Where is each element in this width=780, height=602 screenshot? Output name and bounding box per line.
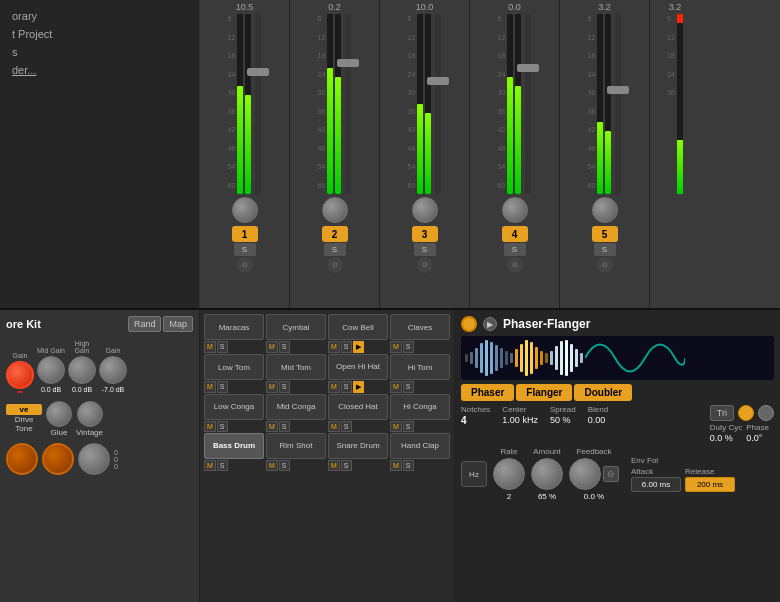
maracas-m[interactable]: M bbox=[204, 341, 216, 353]
gain-knob-4[interactable] bbox=[99, 356, 127, 384]
tab-flanger[interactable]: Flanger bbox=[516, 384, 572, 401]
pad-closed-hat[interactable]: Closed Hat bbox=[328, 394, 388, 420]
lowtom-s[interactable]: S bbox=[217, 381, 228, 393]
bassdrum-s[interactable]: S bbox=[217, 460, 228, 471]
bassdrum-m[interactable]: M bbox=[204, 460, 216, 471]
pad-low-conga[interactable]: Low Conga bbox=[204, 394, 264, 420]
midconga-m[interactable]: M bbox=[266, 421, 278, 432]
channel-4-number[interactable]: 4 bbox=[502, 226, 528, 242]
knob-plain-1[interactable] bbox=[78, 443, 110, 475]
knob-orange-1[interactable] bbox=[6, 443, 38, 475]
midtom-m[interactable]: M bbox=[266, 381, 278, 393]
cymbal-s[interactable]: S bbox=[279, 341, 290, 353]
cowbell-play[interactable]: ▶ bbox=[353, 341, 364, 353]
sidebar-item-der[interactable]: der... bbox=[8, 62, 191, 78]
channel-5-target[interactable]: ⊙ bbox=[597, 257, 613, 273]
rimshot-m[interactable]: M bbox=[266, 460, 278, 471]
pad-bass-drum[interactable]: Bass Drum bbox=[204, 433, 264, 459]
fader-strip-5[interactable] bbox=[615, 14, 621, 194]
pad-rim-shot[interactable]: Rim Shot bbox=[266, 433, 326, 459]
lowtom-m[interactable]: M bbox=[204, 381, 216, 393]
fader-strip-4[interactable] bbox=[525, 14, 531, 194]
fx-play-button[interactable]: ▶ bbox=[483, 317, 497, 331]
pad-maracas[interactable]: Maracas bbox=[204, 314, 264, 340]
midtom-s[interactable]: S bbox=[279, 381, 290, 393]
hiconga-m[interactable]: M bbox=[390, 421, 402, 432]
hiconga-s[interactable]: S bbox=[403, 421, 414, 432]
sidebar-item-orary[interactable]: orary bbox=[8, 8, 191, 24]
handclap-s[interactable]: S bbox=[403, 460, 414, 471]
cymbal-m[interactable]: M bbox=[266, 341, 278, 353]
fader-strip-3[interactable] bbox=[435, 14, 441, 194]
channel-2-number[interactable]: 2 bbox=[322, 226, 348, 242]
channel-3-number[interactable]: 3 bbox=[412, 226, 438, 242]
channel-2-solo[interactable]: S bbox=[324, 243, 346, 256]
release-value-box[interactable]: 200 ms bbox=[685, 477, 735, 492]
channel-2-target[interactable]: ⊙ bbox=[327, 257, 343, 273]
cowbell-s[interactable]: S bbox=[341, 341, 352, 353]
handclap-m[interactable]: M bbox=[390, 460, 402, 471]
feedback-knob[interactable] bbox=[569, 458, 601, 490]
channel-4-knob[interactable] bbox=[502, 197, 528, 223]
map-button[interactable]: Map bbox=[163, 316, 193, 332]
channel-2-knob[interactable] bbox=[322, 197, 348, 223]
channel-5-number[interactable]: 5 bbox=[592, 226, 618, 242]
openhat-s[interactable]: S bbox=[341, 381, 352, 393]
cowbell-m[interactable]: M bbox=[328, 341, 340, 353]
pad-hand-clap[interactable]: Hand Clap bbox=[390, 433, 450, 459]
fader-strip-1[interactable] bbox=[255, 14, 261, 194]
pad-cymbal[interactable]: Cymbal bbox=[266, 314, 326, 340]
pad-hi-conga[interactable]: Hi Conga bbox=[390, 394, 450, 420]
fader-strip-2[interactable] bbox=[345, 14, 351, 194]
knob-orange-2[interactable] bbox=[42, 443, 74, 475]
waveform-selector[interactable]: Tri bbox=[710, 405, 734, 421]
snare-m[interactable]: M bbox=[328, 460, 340, 471]
channel-1-knob[interactable] bbox=[232, 197, 258, 223]
channel-3-knob[interactable] bbox=[412, 197, 438, 223]
channel-5-knob[interactable] bbox=[592, 197, 618, 223]
pad-claves[interactable]: Claves bbox=[390, 314, 450, 340]
phase-angle-icon[interactable] bbox=[758, 405, 774, 421]
channel-1-solo[interactable]: S bbox=[234, 243, 256, 256]
amount-knob[interactable] bbox=[531, 458, 563, 490]
openhat-m[interactable]: M bbox=[328, 381, 340, 393]
channel-4-solo[interactable]: S bbox=[504, 243, 526, 256]
hitom-m[interactable]: M bbox=[390, 381, 402, 393]
effect-glue[interactable]: Glue bbox=[46, 401, 72, 437]
sidebar-item-project[interactable]: t Project bbox=[8, 26, 191, 42]
pad-mid-conga[interactable]: Mid Conga bbox=[266, 394, 326, 420]
tab-doubler[interactable]: Doubler bbox=[574, 384, 632, 401]
effect-vintage[interactable]: Vintage bbox=[76, 401, 103, 437]
feedback-invert[interactable]: ⊖ bbox=[603, 466, 619, 482]
closedhat-s[interactable]: S bbox=[341, 421, 352, 432]
maracas-s[interactable]: S bbox=[217, 341, 228, 353]
fx-power-button[interactable] bbox=[461, 316, 477, 332]
channel-3-target[interactable]: ⊙ bbox=[417, 257, 433, 273]
claves-s[interactable]: S bbox=[403, 341, 414, 353]
openhat-play[interactable]: ▶ bbox=[353, 381, 364, 393]
midconga-s[interactable]: S bbox=[279, 421, 290, 432]
lowconga-s[interactable]: S bbox=[217, 421, 228, 432]
channel-3-solo[interactable]: S bbox=[414, 243, 436, 256]
tab-phaser[interactable]: Phaser bbox=[461, 384, 514, 401]
rand-button[interactable]: Rand bbox=[128, 316, 162, 332]
phase-knob-icon[interactable] bbox=[738, 405, 754, 421]
gain-knob-1[interactable] bbox=[6, 361, 34, 389]
channel-5-solo[interactable]: S bbox=[594, 243, 616, 256]
pad-snare-drum[interactable]: Snare Drum bbox=[328, 433, 388, 459]
pad-cow-bell[interactable]: Cow Bell bbox=[328, 314, 388, 340]
sidebar-item-s[interactable]: s bbox=[8, 44, 191, 60]
effect-drive[interactable]: ve DriveTone bbox=[6, 404, 42, 434]
lowconga-m[interactable]: M bbox=[204, 421, 216, 432]
attack-value-box[interactable]: 6.00 ms bbox=[631, 477, 681, 492]
gain-knob-3[interactable] bbox=[68, 356, 96, 384]
pad-low-tom[interactable]: Low Tom bbox=[204, 354, 264, 380]
channel-1-number[interactable]: 1 bbox=[232, 226, 258, 242]
rimshot-s[interactable]: S bbox=[279, 460, 290, 471]
closedhat-m[interactable]: M bbox=[328, 421, 340, 432]
pad-mid-tom[interactable]: Mid Tom bbox=[266, 354, 326, 380]
hz-button[interactable]: Hz bbox=[461, 461, 487, 487]
rate-knob[interactable] bbox=[493, 458, 525, 490]
claves-m[interactable]: M bbox=[390, 341, 402, 353]
pad-hi-tom[interactable]: Hi Tom bbox=[390, 354, 450, 380]
